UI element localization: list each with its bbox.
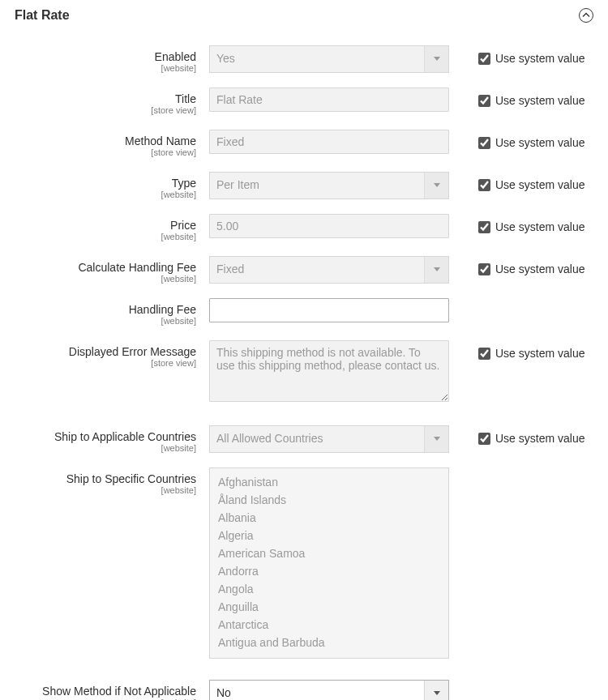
country-option: Angola [213, 580, 445, 598]
scope-price: [website] [15, 232, 196, 241]
label-enabled: Enabled [15, 50, 196, 63]
label-applic: Ship to Applicable Countries [15, 430, 196, 443]
applic-select: All Allowed Countries [209, 425, 449, 453]
chevron-down-icon [424, 257, 448, 283]
price-input [209, 214, 449, 238]
section-title: Flat Rate [15, 8, 70, 23]
row-handlefee: Handling Fee [website] [15, 298, 593, 326]
collapse-icon[interactable] [579, 8, 593, 23]
type-select-value: Per Item [210, 173, 424, 198]
country-option: Antigua and Barbuda [213, 634, 445, 651]
label-errmsg: Displayed Error Message [15, 345, 196, 358]
type-select: Per Item [209, 172, 449, 199]
scope-applic: [website] [15, 443, 196, 453]
scope-title: [store view] [15, 105, 196, 115]
price-system-checkbox[interactable] [478, 221, 490, 233]
scope-specific: [website] [15, 485, 196, 495]
chevron-down-icon [424, 173, 448, 198]
label-handlefee: Handling Fee [15, 303, 196, 316]
row-applic: Ship to Applicable Countries [website] A… [15, 425, 593, 453]
country-option: American Samoa [213, 544, 445, 562]
calcfee-system-label[interactable]: Use system value [495, 262, 584, 275]
enabled-system-checkbox[interactable] [478, 53, 490, 65]
label-showmethod: Show Method if Not Applicable [15, 685, 196, 698]
showmethod-select-value: No [210, 681, 424, 700]
scope-errmsg: [store view] [15, 358, 196, 368]
method-input [209, 130, 449, 154]
label-calcfee: Calculate Handling Fee [15, 261, 196, 274]
specific-countries-multiselect: AfghanistanÅland IslandsAlbaniaAlgeriaAm… [209, 467, 449, 659]
country-option: Andorra [213, 562, 445, 580]
country-option: Antarctica [213, 616, 445, 634]
title-input [209, 88, 449, 112]
row-calcfee: Calculate Handling Fee [website] Fixed U… [15, 256, 593, 284]
applic-select-value: All Allowed Countries [210, 426, 424, 452]
applic-system-checkbox[interactable] [478, 433, 490, 445]
method-system-checkbox[interactable] [478, 137, 490, 149]
label-method: Method Name [15, 134, 196, 147]
enabled-select-value: Yes [210, 46, 424, 72]
country-option: Albania [213, 509, 445, 527]
row-title: Title [store view] Use system value [15, 88, 593, 115]
calcfee-system-checkbox[interactable] [478, 263, 490, 275]
row-enabled: Enabled [website] Yes Use system value [15, 45, 593, 73]
type-system-label[interactable]: Use system value [495, 178, 584, 191]
country-option: Åland Islands [213, 491, 445, 509]
country-option: Anguilla [213, 598, 445, 616]
title-system-label[interactable]: Use system value [495, 94, 584, 107]
errmsg-system-checkbox[interactable] [478, 348, 490, 360]
type-system-checkbox[interactable] [478, 179, 490, 191]
label-price: Price [15, 219, 196, 232]
country-option: Algeria [213, 527, 445, 544]
showmethod-select[interactable]: No [209, 680, 449, 700]
chevron-down-icon[interactable] [424, 681, 448, 700]
calcfee-select-value: Fixed [210, 257, 424, 283]
row-specific: Ship to Specific Countries [website] Afg… [15, 467, 593, 659]
scope-method: [store view] [15, 147, 196, 157]
enabled-select: Yes [209, 45, 449, 73]
row-showmethod: Show Method if Not Applicable [website] … [15, 680, 593, 700]
scope-type: [website] [15, 190, 196, 199]
errmsg-textarea: This shipping method is not available. T… [209, 340, 449, 402]
scope-enabled: [website] [15, 63, 196, 73]
title-system-checkbox[interactable] [478, 95, 490, 107]
scope-handlefee: [website] [15, 316, 196, 326]
label-specific: Ship to Specific Countries [15, 472, 196, 485]
scope-calcfee: [website] [15, 274, 196, 284]
label-type: Type [15, 177, 196, 190]
label-title: Title [15, 92, 196, 105]
chevron-down-icon [424, 426, 448, 452]
row-method: Method Name [store view] Use system valu… [15, 130, 593, 157]
row-price: Price [website] Use system value [15, 214, 593, 241]
price-system-label[interactable]: Use system value [495, 220, 584, 233]
method-system-label[interactable]: Use system value [495, 136, 584, 149]
handlefee-input[interactable] [209, 298, 449, 322]
errmsg-system-label[interactable]: Use system value [495, 347, 584, 360]
applic-system-label[interactable]: Use system value [495, 432, 584, 445]
section-header: Flat Rate [15, 8, 593, 23]
calcfee-select: Fixed [209, 256, 449, 284]
country-option: Afghanistan [213, 473, 445, 491]
enabled-system-label[interactable]: Use system value [495, 52, 584, 65]
row-type: Type [website] Per Item Use system value [15, 172, 593, 199]
row-errmsg: Displayed Error Message [store view] Thi… [15, 340, 593, 404]
chevron-down-icon [424, 46, 448, 72]
